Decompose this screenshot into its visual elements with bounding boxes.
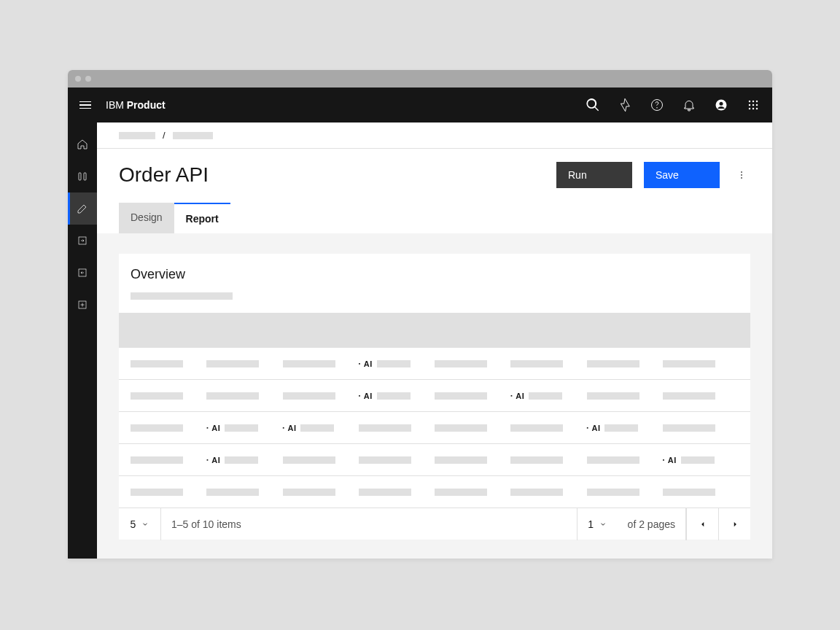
svg-point-20 [741,177,742,179]
svg-point-9 [756,104,758,106]
search-icon[interactable] [586,98,600,112]
svg-point-6 [756,101,758,103]
tab-report[interactable]: Report [174,203,230,233]
svg-rect-14 [84,173,86,180]
svg-point-12 [756,108,758,110]
table-cell [283,456,359,464]
breadcrumb-separator: / [163,130,166,141]
table-cell [663,360,739,368]
save-button[interactable]: Save [644,162,720,188]
svg-point-1 [656,107,657,108]
ai-tag: AI [206,456,220,464]
notification-icon[interactable] [682,98,696,112]
table-header-cell[interactable] [587,327,663,334]
svg-point-8 [752,104,755,106]
app-switcher-icon[interactable] [746,98,761,112]
table-cell [131,392,206,400]
table-cell [435,392,510,400]
sidebar-item-export[interactable] [68,225,97,257]
table-cell [131,424,206,432]
pagination-range: 1–5 of 10 items [161,518,577,530]
table-cell [510,360,586,368]
table-header-row [119,313,750,347]
table-header-cell[interactable] [283,327,359,334]
breadcrumb: / [97,122,772,149]
sidebar-item-catalog[interactable] [68,160,97,192]
breadcrumb-item[interactable] [173,132,213,139]
table-cell [510,456,586,464]
top-bar: IBM Product [68,88,772,122]
sidebar [68,122,97,559]
help-icon[interactable] [650,98,664,112]
table-cell [663,392,739,400]
svg-point-19 [741,174,742,176]
page: / Order API Run Save Design Report [97,122,772,559]
menu-icon[interactable] [79,98,94,112]
table-cell [359,424,435,432]
table-cell [131,360,206,368]
table-cell [587,456,663,464]
prev-page-button[interactable] [686,508,718,540]
svg-point-7 [749,104,751,106]
table-cell [663,424,739,432]
traffic-light-close[interactable] [75,76,81,82]
table-cell [587,489,663,496]
table-row[interactable]: AIAIAI [119,411,750,443]
table-header-cell[interactable] [663,327,739,334]
table-cell [587,392,663,400]
ai-tag: AI [359,392,373,400]
table-cell [587,360,663,368]
sidebar-item-edit[interactable] [68,192,97,225]
topbar-actions [586,98,761,112]
tab-design[interactable]: Design [119,203,174,233]
brand-label: IBM Product [106,99,166,111]
user-icon[interactable] [714,98,728,112]
sidebar-item-add[interactable] [68,289,97,321]
table-cell [435,489,510,496]
table-header-cell[interactable] [510,327,586,334]
table-row[interactable]: AIAI [119,443,750,475]
table-cell [435,456,510,464]
pagination-pages-label: of 2 pages [618,508,686,540]
breadcrumb-item[interactable] [119,132,155,139]
sidebar-item-import[interactable] [68,257,97,289]
page-number-select[interactable]: 1 [577,508,618,540]
ai-tag: AI [663,456,677,464]
next-page-button[interactable] [718,508,750,540]
ai-tag: AI [206,424,220,432]
window-titlebar [68,70,772,88]
app-window: IBM Product [68,70,772,559]
table-header-cell[interactable] [206,327,282,334]
table-cell [510,489,586,496]
svg-point-4 [749,101,751,103]
table-row[interactable]: AI [119,347,750,379]
table-cell [435,424,510,432]
overflow-menu-button[interactable] [733,162,750,188]
table-header-cell[interactable] [359,327,435,334]
table-cell: AI [359,359,435,368]
ai-tag: AI [510,392,524,400]
run-button[interactable]: Run [556,162,632,188]
page-size-select[interactable]: 5 [119,508,161,540]
svg-point-10 [749,108,751,110]
ai-tag: AI [283,424,297,432]
table-cell [131,456,206,464]
table-header-cell[interactable] [435,327,510,334]
table-row[interactable] [119,475,750,508]
svg-point-18 [741,171,742,173]
table-cell: AI [206,424,282,432]
table-cell [206,392,282,400]
card-title: Overview [131,267,739,282]
table-cell [283,360,359,368]
table-cell [510,424,586,432]
table-cell [359,489,435,496]
table-cell [359,456,435,464]
table-cell [206,489,282,496]
table-row[interactable]: AIAI [119,379,750,411]
table-header-cell[interactable] [131,327,206,334]
table-cell [283,489,359,496]
api-icon[interactable] [618,98,632,112]
sidebar-item-home[interactable] [68,128,97,160]
traffic-light-minimize[interactable] [85,76,91,82]
svg-point-3 [720,102,723,106]
